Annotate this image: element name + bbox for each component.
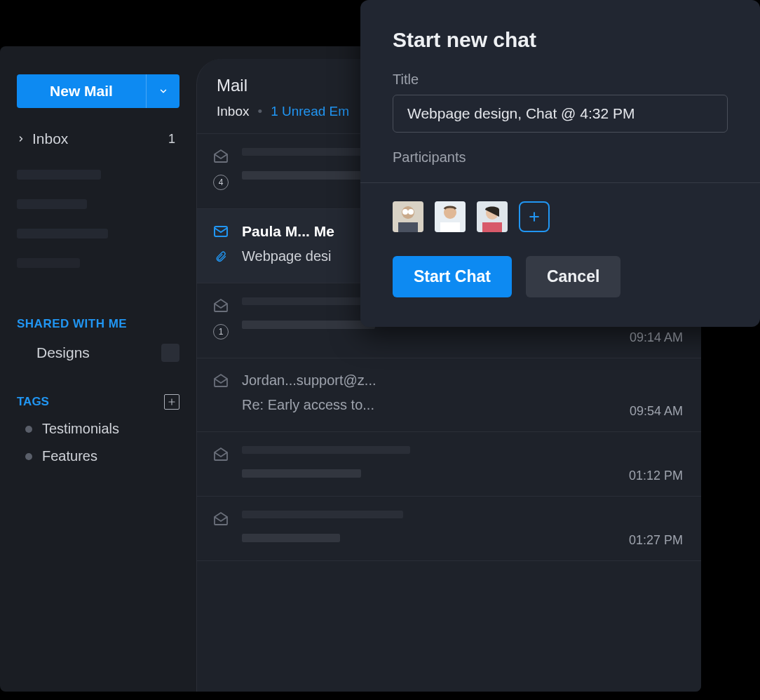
mail-placeholder xyxy=(242,511,403,518)
chevron-right-icon xyxy=(17,135,25,143)
new-mail-button-group: New Mail xyxy=(17,74,179,108)
mail-row[interactable]: Jordan...support@z... Re: Early access t… xyxy=(197,358,701,431)
new-mail-dropdown-button[interactable] xyxy=(146,74,179,108)
designs-label: Designs xyxy=(36,344,90,361)
participant-avatar[interactable] xyxy=(435,201,466,232)
svg-rect-8 xyxy=(440,222,460,232)
dialog-title: Start new chat xyxy=(393,28,728,52)
envelope-open-icon xyxy=(212,511,229,527)
attachment-icon xyxy=(215,250,227,264)
mail-time: 09:14 AM xyxy=(630,330,683,345)
thread-count-badge: 1 xyxy=(213,324,229,339)
plus-icon xyxy=(167,397,177,407)
sidebar-placeholder xyxy=(17,170,101,180)
mail-placeholder xyxy=(242,534,340,542)
sidebar-item-inbox[interactable]: Inbox 1 xyxy=(17,128,179,150)
plus-icon xyxy=(527,210,541,224)
sidebar-item-designs[interactable]: Designs xyxy=(17,344,179,362)
mail-time: 01:12 PM xyxy=(629,469,683,483)
sidebar-placeholder xyxy=(17,199,87,209)
thread-count-badge: 4 xyxy=(213,175,229,190)
shared-with-me-label: SHARED WITH ME xyxy=(17,317,179,331)
participants-label: Participants xyxy=(393,149,728,166)
dialog-actions: Start Chat Cancel xyxy=(393,256,728,297)
sidebar: New Mail Inbox 1 SHARED WITH ME Designs … xyxy=(0,46,196,692)
title-field-label: Title xyxy=(393,72,728,88)
unread-link[interactable]: 1 Unread Em xyxy=(271,104,349,119)
mail-row[interactable]: 01:27 PM xyxy=(197,496,701,561)
chevron-down-icon xyxy=(158,86,168,96)
tag-dot-icon xyxy=(25,426,32,433)
start-new-chat-dialog: Start new chat Title Participants Start … xyxy=(360,0,760,327)
envelope-open-icon xyxy=(212,446,229,463)
mail-placeholder xyxy=(242,446,410,454)
inbox-label: Inbox xyxy=(32,130,68,147)
participants-row xyxy=(393,201,728,232)
new-mail-button[interactable]: New Mail xyxy=(17,74,146,108)
sidebar-placeholder xyxy=(17,258,80,268)
separator-dot: • xyxy=(257,104,262,119)
add-tag-button[interactable] xyxy=(164,394,179,410)
cancel-button[interactable]: Cancel xyxy=(526,256,620,297)
svg-point-3 xyxy=(402,209,408,215)
envelope-open-icon xyxy=(212,372,229,389)
svg-point-4 xyxy=(408,209,414,215)
designs-badge xyxy=(161,344,179,362)
participant-avatar[interactable] xyxy=(393,201,423,232)
divider xyxy=(360,182,760,183)
svg-rect-11 xyxy=(482,222,502,232)
mail-row[interactable]: 01:12 PM xyxy=(197,431,701,496)
tags-header: TAGS xyxy=(17,394,179,410)
tags-label: TAGS xyxy=(17,395,49,409)
tag-label: Testimonials xyxy=(42,421,119,437)
sidebar-placeholder xyxy=(17,229,108,238)
svg-rect-5 xyxy=(398,222,418,232)
mail-time: 01:27 PM xyxy=(629,533,683,548)
mail-placeholder xyxy=(242,469,361,478)
add-participant-button[interactable] xyxy=(519,201,550,232)
envelope-open-icon xyxy=(212,297,229,314)
inbox-filter-label: Inbox xyxy=(217,104,249,119)
start-chat-button[interactable]: Start Chat xyxy=(393,256,512,297)
chat-title-input[interactable] xyxy=(393,95,728,133)
tag-label: Features xyxy=(42,448,97,464)
inbox-count: 1 xyxy=(168,132,175,147)
envelope-icon xyxy=(212,223,229,240)
tag-item-testimonials[interactable]: Testimonials xyxy=(17,421,179,437)
tag-dot-icon xyxy=(25,453,32,460)
participant-avatar[interactable] xyxy=(477,201,508,232)
envelope-open-icon xyxy=(212,148,229,165)
mail-placeholder xyxy=(242,321,375,329)
tag-item-features[interactable]: Features xyxy=(17,448,179,464)
mail-subject: Re: Early access to... xyxy=(242,397,681,413)
mail-subject: Webpage desi xyxy=(242,248,332,264)
mail-time: 09:54 AM xyxy=(630,404,683,419)
mail-from: Jordan...support@z... xyxy=(242,372,681,389)
